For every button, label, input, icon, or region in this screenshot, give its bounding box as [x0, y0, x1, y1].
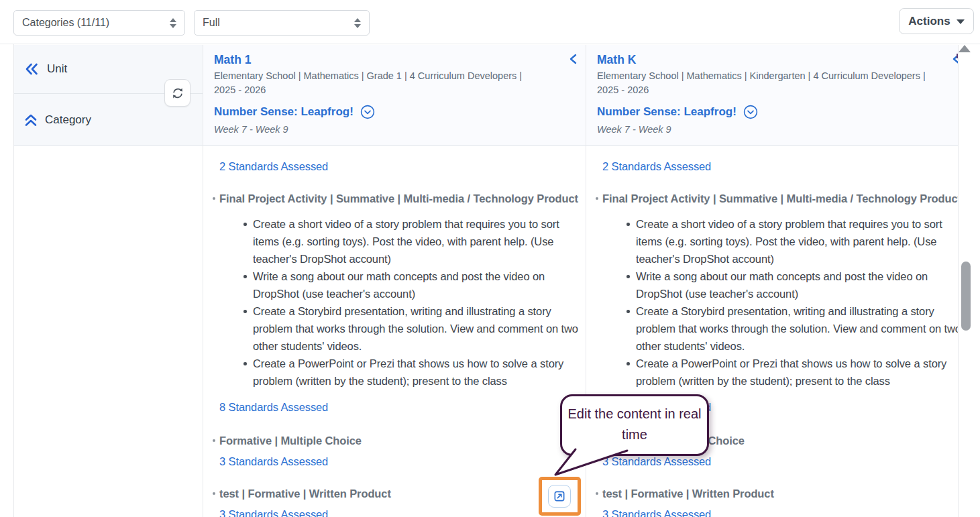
assessment-bullet: Create a Storybird presentation, writing…	[627, 302, 959, 355]
refresh-icon	[171, 87, 184, 100]
sidebar-band: Unit Category	[14, 45, 203, 146]
sort-arrows-icon	[170, 18, 176, 28]
course-header: Math 1 Elementary School | Mathematics |…	[203, 45, 586, 146]
caret-down-icon	[957, 19, 965, 24]
standards-assessed-link[interactable]: 3 Standards Assessed	[219, 455, 579, 469]
double-chevron-left-icon	[25, 63, 39, 75]
course-content: 2 Standards Assessed Final Project Activ…	[203, 146, 586, 517]
chevron-down-circle-icon[interactable]	[360, 105, 375, 119]
tooltip-tail	[540, 445, 641, 482]
categories-select-value: Categories (11/11)	[22, 17, 109, 29]
assessment-bullet-list: Create a short video of a story problem …	[243, 215, 579, 390]
standards-assessed-link[interactable]: 3 Standards Assessed	[602, 455, 959, 469]
sidebar-item-unit-label: Unit	[47, 62, 67, 76]
categories-select[interactable]: Categories (11/11)	[13, 10, 185, 36]
standards-assessed-link[interactable]: 2 Standards Assessed	[219, 160, 579, 174]
sidebar-item-category-label: Category	[45, 113, 91, 127]
course-meta-line2: 2025 - 2026	[214, 84, 266, 95]
course-column-math-1: Math 1 Elementary School | Mathematics |…	[203, 45, 586, 517]
assessment-title: Final Project Activity | Summative | Mul…	[594, 192, 959, 206]
refresh-button[interactable]	[164, 79, 190, 107]
assessment-title: Final Project Activity | Summative | Mul…	[211, 192, 579, 206]
standards-assessed-link[interactable]: 3 Standards Assessed	[602, 508, 959, 517]
annotation-highlight-box	[539, 477, 581, 516]
course-meta-line1: Elementary School | Mathematics | Grade …	[214, 70, 522, 81]
chevron-left-icon	[569, 54, 577, 64]
assessment-bullet-list: Create a short video of a story problem …	[627, 215, 959, 390]
clipped-artifact-mark	[957, 54, 958, 58]
assessment-title: Formative | Multiple Choice	[211, 434, 579, 448]
scrollbar-up-arrow-icon[interactable]	[959, 45, 971, 52]
week-range: Week 7 - Week 9	[597, 124, 958, 135]
actions-button-label: Actions	[908, 15, 950, 28]
course-content: 2 Standards Assessed Final Project Activ…	[586, 146, 959, 517]
assessment-bullet: Write a song about our math concepts and…	[243, 268, 579, 302]
course-title-link[interactable]: Math K	[597, 53, 958, 67]
week-range: Week 7 - Week 9	[214, 124, 575, 135]
unit-title-row: Number Sense: Leapfrog!	[597, 105, 958, 119]
assessment-title: test | Formative | Written Product	[594, 487, 959, 501]
course-header: Math K Elementary School | Mathematics |…	[586, 45, 959, 146]
standards-assessed-link[interactable]: 2 Standards Assessed	[602, 160, 959, 174]
top-toolbar: Categories (11/11) Full Actions	[0, 0, 980, 44]
unit-title-link[interactable]: Number Sense: Leapfrog!	[597, 105, 737, 119]
course-meta: Elementary School | Mathematics | Kinder…	[597, 69, 958, 97]
sidebar: Unit Category	[14, 45, 203, 517]
collapse-column-button[interactable]	[569, 54, 577, 67]
chevron-down-circle-icon[interactable]	[743, 105, 758, 119]
sort-arrows-icon	[354, 18, 361, 28]
unit-title-link[interactable]: Number Sense: Leapfrog!	[214, 105, 353, 119]
assessment-bullet: Create a Storybird presentation, writing…	[243, 302, 579, 355]
assessment-bullet: Write a song about our math concepts and…	[627, 268, 959, 302]
standards-assessed-link[interactable]: 8 Standards Assessed	[219, 400, 579, 414]
assessment-bullet: Create a short video of a story problem …	[243, 215, 579, 268]
assessment-bullet: Create a PowerPoint or Prezi that shows …	[627, 355, 959, 390]
course-meta-line1: Elementary School | Mathematics | Kinder…	[597, 70, 926, 81]
course-title-link[interactable]: Math 1	[214, 53, 575, 67]
view-select-value: Full	[203, 17, 220, 29]
assessment-bullet: Create a PowerPoint or Prezi that shows …	[243, 355, 579, 390]
assessment-bullet: Create a short video of a story problem …	[627, 215, 959, 268]
assessment-title: test | Formative | Written Product	[211, 487, 579, 501]
course-meta-line2: 2025 - 2026	[597, 84, 649, 95]
double-chevron-up-icon	[25, 113, 37, 127]
actions-button[interactable]: Actions	[899, 8, 974, 34]
standards-assessed-link[interactable]: 3 Standards Assessed	[219, 508, 579, 517]
unit-title-row: Number Sense: Leapfrog!	[214, 105, 575, 119]
course-meta: Elementary School | Mathematics | Grade …	[214, 69, 575, 97]
scrollbar-thumb[interactable]	[961, 262, 971, 331]
view-select[interactable]: Full	[194, 10, 370, 36]
